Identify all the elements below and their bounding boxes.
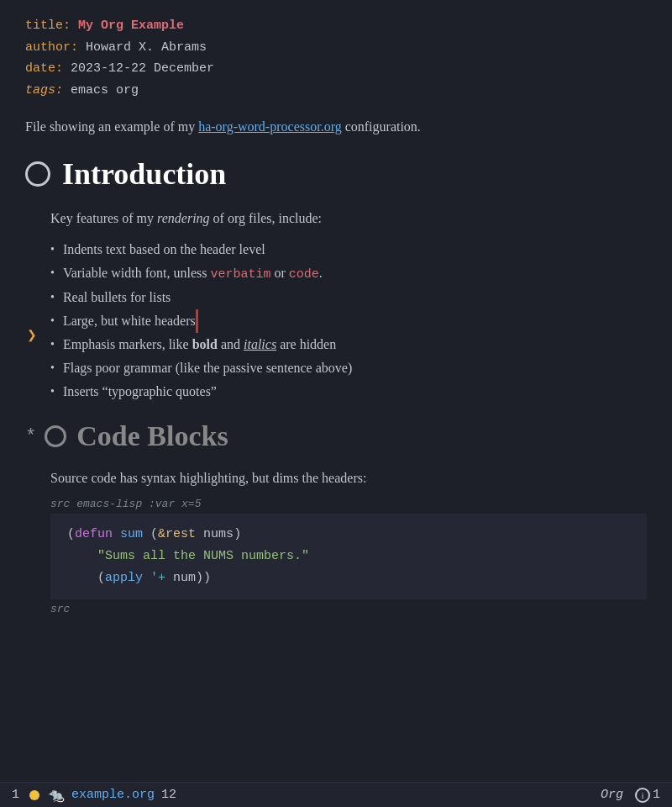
list-item-text: Inserts “typographic quotes” <box>63 380 217 404</box>
features-intro-after: of org files, include: <box>210 211 322 225</box>
meta-author-value: Howard X. Abrams <box>86 40 207 55</box>
code-block-footer: src <box>50 603 647 615</box>
list-item-text: Flags poor grammar (like the passive sen… <box>63 356 352 380</box>
section1-content: Key features of my rendering of org file… <box>25 207 647 404</box>
code-symbol: '+ <box>150 571 165 585</box>
code-line-2: "Sums all the NUMS numbers." <box>67 546 630 567</box>
status-info-num: 1 <box>653 788 660 802</box>
list-item: • Real bullets for lists <box>50 286 647 309</box>
code-fn-name: sum <box>120 527 143 541</box>
feature-list: • Indents text based on the header level… <box>50 238 647 404</box>
code-keyword: defun <box>75 527 113 541</box>
intro-text-after: configuration. <box>342 119 421 134</box>
bullet-icon: • <box>50 287 55 309</box>
list-item: • Indents text based on the header level <box>50 238 647 261</box>
meta-date-value: 2023-12-22 December <box>71 61 214 76</box>
list-item: ❯ • Emphasis markers, like bold and ital… <box>50 333 647 356</box>
list-item-text: Emphasis markers, like bold and italics … <box>63 333 336 356</box>
list-item: • Flags poor grammar (like the passive s… <box>50 356 647 380</box>
code-block-meta: src emacs-lisp :var x=5 <box>50 498 647 510</box>
intro-text-before: File showing an example of my <box>25 119 198 134</box>
code-block: (defun sum (&rest nums) "Sums all the NU… <box>50 514 647 600</box>
features-intro-text: Key features of my rendering of org file… <box>50 207 647 229</box>
features-intro-italic: rendering <box>157 211 210 225</box>
code-param: &rest <box>158 527 196 541</box>
list-item-text: Large, but white headers <box>63 309 198 333</box>
list-item: • Variable width font, unless verbatim o… <box>50 261 647 286</box>
features-intro-before: Key features of my <box>50 211 157 225</box>
meta-date-key: date: <box>25 61 63 76</box>
status-info: i 1 <box>635 788 660 803</box>
intro-link[interactable]: ha-org-word-processor.org <box>198 119 341 134</box>
verbatim-text: verbatim <box>210 267 270 282</box>
status-bar: 1 🐀 example.org 12 Org i 1 <box>0 782 672 807</box>
heading1-text: Introduction <box>62 156 226 192</box>
code-line-1: (defun sum (&rest nums) <box>67 524 630 546</box>
list-item-text: Real bullets for lists <box>63 286 171 309</box>
meta-date-line: date: 2023-12-22 December <box>25 58 647 80</box>
bullet-icon: • <box>50 263 55 284</box>
bullet-icon: • <box>50 311 55 332</box>
italic-demo: italics <box>244 337 276 351</box>
section1-heading: Introduction <box>25 156 647 192</box>
bullet-icon: • <box>50 240 55 261</box>
meta-tags-line: tags: emacs org <box>25 80 647 102</box>
list-item: • Large, but white headers <box>50 309 647 333</box>
cursor <box>196 309 198 333</box>
intro-paragraph: File showing an example of my ha-org-wor… <box>25 116 647 138</box>
section2-heading: * Code Blocks <box>25 420 647 452</box>
meta-title-value: My Org Example <box>78 18 184 33</box>
list-item: • Inserts “typographic quotes” <box>50 380 647 404</box>
meta-tags-key: tags: <box>25 83 63 98</box>
code-text: code <box>289 267 319 282</box>
status-dot <box>29 790 39 800</box>
list-item-text: Variable width font, unless verbatim or … <box>63 261 323 286</box>
code-string: "Sums all the NUMS numbers." <box>97 549 309 563</box>
heading1-bullet <box>25 161 50 187</box>
code-section-intro: Source code has syntax highlighting, but… <box>50 467 647 489</box>
arrow-indicator: ❯ <box>27 325 37 346</box>
meta-author-line: author: Howard X. Abrams <box>25 37 647 59</box>
bullet-icon: • <box>50 335 55 356</box>
meta-author-key: author: <box>25 40 78 55</box>
meta-title-key: title: <box>25 18 71 33</box>
meta-title-line: title: My Org Example <box>25 15 647 37</box>
heading2-bullet <box>45 425 66 447</box>
metadata-block: title: My Org Example author: Howard X. … <box>25 15 647 101</box>
status-filename: example.org <box>71 788 155 802</box>
info-icon: i <box>635 788 650 803</box>
bold-demo: bold <box>192 337 218 351</box>
code-paren: ( <box>67 527 75 541</box>
status-line-number: 1 <box>12 788 19 802</box>
bullet-icon: • <box>50 382 55 403</box>
emacs-icon: 🐀 <box>48 787 65 804</box>
bullet-icon: • <box>50 358 55 379</box>
code-line-3: (apply '+ num)) <box>67 567 630 589</box>
meta-tags-value: emacs org <box>71 83 139 98</box>
status-col-number: 12 <box>161 788 176 802</box>
status-mode: Org <box>601 788 623 802</box>
section2-content: Source code has syntax highlighting, but… <box>25 467 647 615</box>
heading2-text: Code Blocks <box>76 420 228 452</box>
heading2-prefix: * <box>25 426 36 447</box>
list-item-text: Indents text based on the header level <box>63 238 265 261</box>
